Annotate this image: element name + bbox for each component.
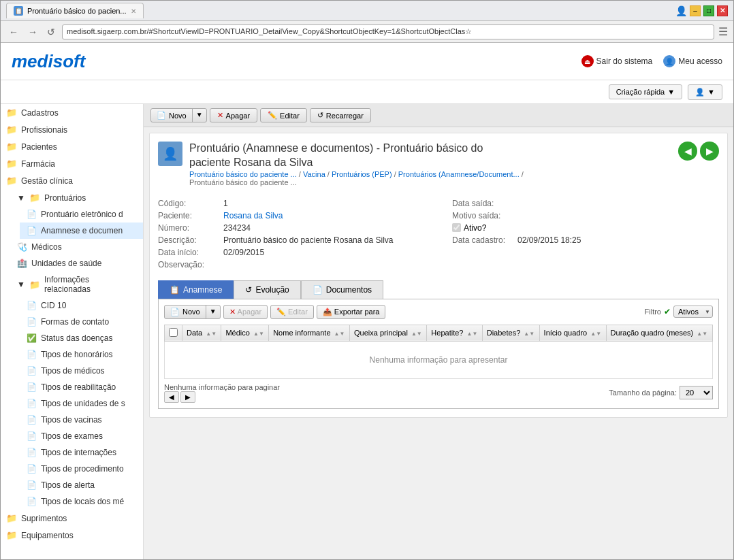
doc-icon: 📄: [27, 350, 37, 359]
sidebar-item-profissionais[interactable]: 📁 Profissionais: [1, 121, 143, 138]
sidebar-item-unidades[interactable]: 🏥 Unidades de saúde: [10, 255, 143, 271]
sidebar-item-equipamentos[interactable]: 📁 Equipamentos: [1, 527, 143, 544]
sidebar-item-status-doencas[interactable]: ✅ Status das doenças: [20, 330, 143, 346]
delete-button[interactable]: ✕ Apagar: [210, 108, 257, 122]
sidebar-item-farmacia[interactable]: 📁 Farmácia: [1, 155, 143, 172]
sidebar-item-cadastros[interactable]: 📁 Cadastros: [1, 104, 143, 121]
sidebar-item-tipos-medicos[interactable]: 📄 Tipos de médicos: [20, 363, 143, 379]
filter-select[interactable]: Ativos: [673, 306, 713, 318]
sidebar-item-anamnese[interactable]: 📄 Anamnese e documen: [20, 223, 143, 239]
pagination-empty-label: Nenhuma informação para paginar ◀ ▶: [164, 383, 280, 403]
minimize-button[interactable]: –: [690, 5, 701, 16]
new-dropdown-button[interactable]: ▼: [193, 109, 206, 122]
browser-menu-button[interactable]: ☰: [718, 25, 728, 38]
quick-creation-button[interactable]: Criação rápida ▼: [609, 84, 682, 99]
sidebar-label-unidades: Unidades de saúde: [31, 259, 101, 268]
col-queixa: Queixa principal ▲▼: [350, 325, 427, 341]
evolucao-tab-label: Evolução: [255, 285, 289, 295]
col-diabetes-label: Diabetes?: [487, 329, 521, 337]
sub-new-button[interactable]: 📄 Novo: [165, 306, 206, 318]
sidebar-item-formas-contato[interactable]: 📄 Formas de contato: [20, 314, 143, 330]
sort-queixa-icon[interactable]: ▲▼: [411, 331, 422, 337]
page-size-select[interactable]: 20 50 100: [680, 386, 713, 399]
nav-next-button[interactable]: ▶: [700, 142, 719, 161]
patient-link[interactable]: Rosana da Silva: [223, 211, 283, 220]
page-prev-button[interactable]: ◀: [164, 391, 179, 403]
sort-data-icon[interactable]: ▲▼: [206, 331, 217, 337]
nav-prev-button[interactable]: ◀: [678, 142, 697, 161]
sidebar-item-medicos[interactable]: 🩺 Médicos: [10, 239, 143, 255]
col-inicio-quadro-label: Início quadro: [544, 329, 588, 337]
breadcrumb-link-4[interactable]: Prontuários (Anamnese/Document...: [398, 170, 520, 178]
sub-export-button[interactable]: 📤 Exportar para: [317, 305, 386, 319]
back-button[interactable]: ←: [6, 25, 21, 39]
sub-new-button-wrapper: 📄 Novo ▼: [164, 305, 221, 319]
sort-hepatite-icon[interactable]: ▲▼: [467, 331, 478, 337]
sidebar-item-gestao-clinica[interactable]: 📁 Gestão clínica: [1, 172, 143, 189]
user-access-button[interactable]: 👤 Meu acesso: [663, 55, 722, 67]
breadcrumb-link-2[interactable]: Vacina: [303, 170, 325, 178]
sidebar-item-cid10[interactable]: 📄 CID 10: [20, 297, 143, 314]
sort-diabetes-icon[interactable]: ▲▼: [524, 331, 534, 337]
breadcrumb-link-3[interactable]: Prontuários (PEP): [332, 170, 392, 178]
browser-tab[interactable]: 📋 Prontuário básico do pacien... ✕: [6, 3, 144, 18]
col-medico-label: Médico: [225, 329, 249, 337]
sub-new-dropdown[interactable]: ▼: [206, 306, 220, 318]
maximize-button[interactable]: □: [703, 5, 714, 16]
ativo-checkbox[interactable]: [452, 223, 461, 232]
doc-icon: 📄: [27, 301, 37, 310]
sidebar-item-tipos-alerta[interactable]: 📄 Tipos de alerta: [20, 477, 143, 493]
tab-title: Prontuário básico do pacien...: [27, 7, 127, 15]
sidebar-item-tipos-reabilitacao[interactable]: 📄 Tipos de reabilitação: [20, 379, 143, 395]
sidebar-item-tipos-locais[interactable]: 📄 Tipos de locais dos mé: [20, 493, 143, 510]
sidebar-label-pacientes: Pacientes: [21, 142, 57, 152]
doc-icon: 📄: [27, 226, 37, 235]
sidebar-item-suprimentos[interactable]: 📁 Suprimentos: [1, 510, 143, 527]
field-value-codigo: 1: [223, 199, 228, 208]
sidebar-scroll: 📁 Cadastros 📁 Profissionais 📁 Pacientes …: [1, 104, 143, 544]
sort-nome-icon[interactable]: ▲▼: [334, 331, 345, 337]
reload-button[interactable]: ↺ Recarregar: [310, 108, 371, 122]
sidebar-item-prontuarios[interactable]: ▼ 📁 Prontuários: [10, 189, 143, 206]
sort-duracao-icon[interactable]: ▲▼: [697, 331, 707, 337]
sort-medico-icon[interactable]: ▲▼: [253, 331, 264, 337]
quick-extra-button[interactable]: 👤 ▼: [688, 84, 722, 100]
page-next-button[interactable]: ▶: [180, 391, 195, 403]
field-numero: Número: 234234: [158, 223, 425, 233]
breadcrumb: Prontuário básico do paciente ... / Vaci…: [189, 170, 524, 186]
sidebar-item-informacoes[interactable]: ▼ 📁 Informações relacionadas: [10, 271, 143, 297]
breadcrumb-link-1[interactable]: Prontuário básico do paciente ...: [189, 170, 297, 178]
address-bar[interactable]: [62, 24, 714, 39]
sort-inicio-icon[interactable]: ▲▼: [590, 331, 601, 337]
browser-toolbar: ← → ↺ ☰: [1, 21, 733, 43]
sidebar-item-pacientes[interactable]: 📁 Pacientes: [1, 138, 143, 155]
page-size-group: Tamanho da página: 20 50 100: [609, 386, 713, 399]
sidebar-item-tipos-vacinas[interactable]: 📄 Tipos de vacinas: [20, 412, 143, 428]
tab-anamnese[interactable]: 📋 Anamnese: [158, 280, 234, 299]
sidebar-label-tipos-alerta: Tipos de alerta: [41, 480, 95, 490]
sidebar-item-tipos-internacoes[interactable]: 📄 Tipos de internações: [20, 444, 143, 461]
sidebar-item-prontuario-eletronico[interactable]: 📄 Prontuário eletrônico d: [20, 206, 143, 223]
new-label: Novo: [169, 112, 187, 120]
sub-edit-button[interactable]: ✏️ Editar: [270, 305, 314, 319]
field-data-saida: Data saída:: [452, 199, 719, 208]
sub-delete-button[interactable]: ✕ Apagar: [223, 305, 268, 319]
tab-close-icon[interactable]: ✕: [131, 7, 136, 15]
tab-evolucao[interactable]: ↺ Evolução: [234, 280, 300, 299]
sidebar-item-tipos-procedimentos[interactable]: 📄 Tipos de procedimento: [20, 461, 143, 477]
reload-button[interactable]: ↺: [44, 25, 58, 39]
tab-documentos[interactable]: 📄 Documentos: [301, 280, 383, 299]
logout-button[interactable]: ⏏ Sair do sistema: [581, 55, 653, 67]
new-main-button[interactable]: 📄 Novo: [151, 109, 193, 122]
select-all-checkbox[interactable]: [169, 328, 178, 337]
sidebar-item-tipos-honorarios[interactable]: 📄 Tipos de honorários: [20, 346, 143, 363]
sidebar-item-tipos-unidades[interactable]: 📄 Tipos de unidades de s: [20, 395, 143, 412]
sidebar-label-anamnese: Anamnese e documen: [41, 226, 123, 235]
sidebar-label-profissionais: Profissionais: [21, 125, 67, 135]
quick-extra-icon: 👤: [695, 88, 705, 97]
edit-button[interactable]: ✏️ Editar: [260, 108, 307, 122]
close-button[interactable]: ✕: [717, 5, 728, 16]
sidebar-item-tipos-exames[interactable]: 📄 Tipos de exames: [20, 428, 143, 444]
forward-button[interactable]: →: [25, 25, 40, 39]
sidebar-label-tipos-procedimentos: Tipos de procedimento: [41, 464, 124, 474]
